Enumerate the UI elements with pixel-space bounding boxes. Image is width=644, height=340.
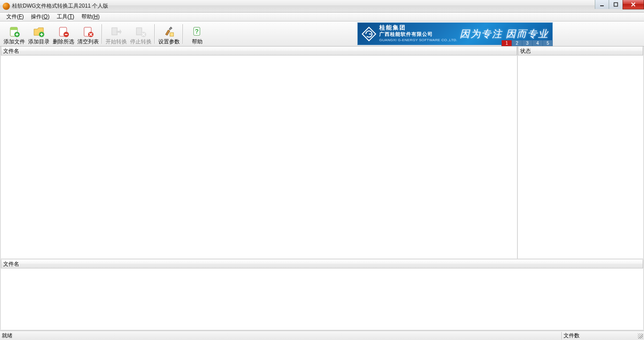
- toolbar: 添加文件 添加目录 删除所选 清空列表 开始转换: [0, 21, 644, 47]
- start-convert-icon: [110, 26, 123, 38]
- delete-selected-label: 删除所选: [53, 39, 74, 44]
- menu-help[interactable]: 帮助(H): [78, 13, 103, 21]
- filename-header[interactable]: 文件名: [1, 47, 517, 55]
- svg-rect-24: [170, 33, 174, 36]
- upper-list: 文件名 状态: [1, 47, 643, 259]
- delete-selected-button[interactable]: 删除所选: [51, 22, 76, 46]
- help-button[interactable]: ? 帮助: [185, 22, 209, 46]
- toolbar-separator: [154, 24, 155, 44]
- start-convert-label: 开始转换: [106, 39, 127, 44]
- window-title: 桂软DWG文件格式转换工具2011 个人版: [12, 2, 108, 10]
- title-bar: 桂软DWG文件格式转换工具2011 个人版: [0, 0, 644, 13]
- banner-logo-icon: [361, 26, 377, 42]
- help-label: 帮助: [192, 39, 203, 44]
- close-button[interactable]: [623, 0, 644, 9]
- stop-convert-button: 停止转换: [128, 22, 153, 46]
- add-file-button[interactable]: 添加文件: [2, 22, 26, 46]
- clear-icon: [82, 26, 94, 38]
- status-filecount: 文件数: [561, 332, 644, 340]
- lower-list: 文件名: [1, 259, 643, 330]
- add-dir-label: 添加目录: [28, 39, 50, 44]
- filecount-label: 文件数: [564, 332, 580, 339]
- filename-list-body[interactable]: [1, 55, 517, 259]
- minimize-icon: [599, 2, 605, 7]
- status-column: 状态: [518, 47, 643, 259]
- lower-filename-header[interactable]: 文件名: [1, 259, 643, 268]
- status-bar: 就绪 文件数: [0, 331, 644, 340]
- toolbar-separator: [102, 24, 102, 44]
- banner-tab-3[interactable]: 3: [522, 40, 532, 46]
- stop-convert-icon: [135, 26, 147, 38]
- banner-group-cn: 桂能集团: [379, 25, 458, 31]
- menu-file[interactable]: 文件(F): [3, 13, 27, 21]
- start-convert-button: 开始转换: [104, 22, 128, 46]
- menu-bar: 文件(F) 操作(O) 工具(T) 帮助(H): [0, 13, 644, 21]
- banner-page-tabs: 1 2 3 4 5: [501, 40, 553, 46]
- svg-text:?: ?: [195, 28, 199, 35]
- banner-tab-5[interactable]: 5: [542, 40, 553, 46]
- filename-column: 文件名: [1, 47, 518, 259]
- menu-operate[interactable]: 操作(O): [27, 13, 53, 21]
- stop-convert-label: 停止转换: [130, 39, 152, 44]
- add-folder-icon: [33, 26, 45, 38]
- banner-company-en: GUANGXI G-ENERGY SOFTWARE CO.,LTD.: [379, 37, 458, 43]
- menu-tool[interactable]: 工具(T): [53, 13, 78, 21]
- settings-icon: [163, 26, 175, 38]
- close-icon: [631, 2, 636, 7]
- clear-list-label: 清空列表: [77, 39, 99, 44]
- add-file-label: 添加文件: [4, 39, 25, 44]
- banner-text: 桂能集团 广西桂能软件有限公司 GUANGXI G-ENERGY SOFTWAR…: [379, 25, 458, 43]
- add-file-icon: [8, 26, 21, 38]
- banner-company-cn: 广西桂能软件有限公司: [379, 31, 458, 37]
- svg-rect-1: [614, 3, 618, 6]
- banner-tab-1[interactable]: 1: [501, 40, 512, 46]
- resize-grip-icon[interactable]: [638, 333, 643, 339]
- settings-button[interactable]: 设置参数: [157, 22, 181, 46]
- delete-icon: [57, 26, 70, 38]
- lower-list-body[interactable]: [1, 268, 643, 330]
- help-icon: ?: [191, 26, 203, 38]
- settings-label: 设置参数: [158, 39, 180, 44]
- window-controls: [595, 0, 644, 9]
- status-list-body[interactable]: [518, 55, 643, 259]
- banner-tab-4[interactable]: 4: [532, 40, 542, 46]
- client-area: 文件名 状态 文件名: [0, 47, 644, 331]
- maximize-icon: [613, 2, 619, 7]
- add-dir-button[interactable]: 添加目录: [26, 22, 51, 46]
- app-icon: [3, 3, 10, 10]
- svg-rect-5: [10, 27, 17, 30]
- app-window: 桂软DWG文件格式转换工具2011 个人版 文件(F) 操作(O) 工具(T) …: [0, 0, 644, 340]
- toolbar-separator: [182, 24, 183, 44]
- status-ready: 就绪: [0, 332, 561, 340]
- minimize-button[interactable]: [595, 0, 609, 9]
- banner-tab-2[interactable]: 2: [512, 40, 522, 46]
- status-header[interactable]: 状态: [518, 47, 643, 55]
- maximize-button[interactable]: [609, 0, 623, 9]
- clear-list-button[interactable]: 清空列表: [76, 22, 100, 46]
